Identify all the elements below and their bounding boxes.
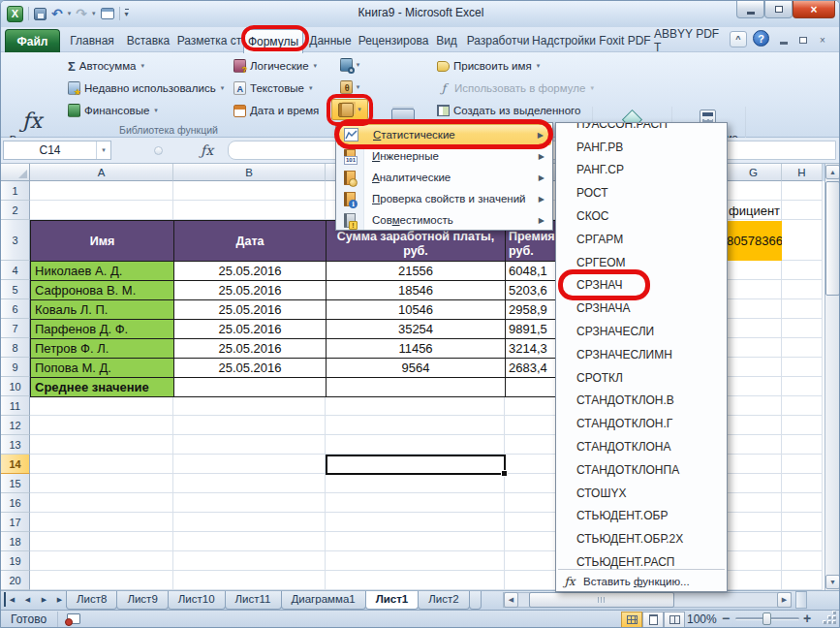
select-all-corner[interactable] <box>1 164 30 181</box>
restore-button[interactable] <box>764 1 793 18</box>
zoom-level[interactable]: 100% <box>687 612 717 626</box>
name-cell[interactable]: Сафронова В. М. <box>30 280 174 300</box>
row-header-3[interactable]: 3 <box>1 220 30 261</box>
row-header-10[interactable]: 10 <box>1 377 30 396</box>
coefficient-value-cell[interactable]: 80578366 <box>727 221 782 261</box>
salary-cell[interactable]: 11456 <box>326 338 506 359</box>
tab-Вид[interactable]: Вид <box>429 29 464 52</box>
date-cell[interactable]: 25.05.2016 <box>173 299 327 320</box>
salary-cell[interactable]: 10546 <box>326 299 506 320</box>
date-cell[interactable]: 25.05.2016 <box>173 319 327 339</box>
date-cell[interactable]: 25.05.2016 <box>173 280 327 300</box>
name-cell[interactable]: Николаев А. Д. <box>30 261 174 281</box>
row-header-17[interactable]: 17 <box>1 513 30 532</box>
row-header-5[interactable]: 5 <box>1 280 30 299</box>
sheet-tab-Диаграмма1[interactable]: Диаграмма1 <box>281 591 366 610</box>
menu-item-Совместимость[interactable]: !Совместимость▶ <box>337 209 551 231</box>
page-layout-view-button[interactable] <box>642 612 664 628</box>
header-cell-name[interactable]: Имя <box>30 220 174 262</box>
row-header-4[interactable]: 4 <box>1 261 30 280</box>
row-header-16[interactable]: 16 <box>1 493 30 513</box>
row-header-1[interactable]: 1 <box>1 181 30 201</box>
ribbon-options-icon[interactable]: ^ <box>730 31 747 47</box>
row-header-18[interactable]: 18 <box>1 532 30 551</box>
column-header-B[interactable]: B <box>173 164 326 181</box>
function-item-РОСТ[interactable]: РОСТ <box>556 181 707 204</box>
selected-cell[interactable] <box>326 455 506 475</box>
row-header-19[interactable]: 19 <box>1 551 30 571</box>
row-header-12[interactable]: 12 <box>1 416 30 435</box>
column-header-H[interactable]: H <box>782 164 823 181</box>
zoom-slider-thumb[interactable] <box>762 612 771 625</box>
tab-Главная[interactable]: Главная <box>63 29 121 52</box>
name-cell[interactable]: Парфенов Д. Ф. <box>30 319 174 339</box>
autosum-button[interactable]: Σ Автосумма ▾ <box>65 55 147 77</box>
function-item-РАНГ.РВ[interactable]: РАНГ.РВ <box>556 136 707 159</box>
function-item-СРЗНАЧА[interactable]: СРЗНАЧА <box>556 297 707 320</box>
text-functions-button[interactable]: А Текстовые ▾ <box>231 78 316 99</box>
tab-Разметка ст[interactable]: Разметка ст <box>175 29 243 52</box>
normal-view-button[interactable] <box>621 612 642 628</box>
tab-Foxit PDF[interactable]: Foxit PDF <box>596 29 654 52</box>
macro-record-icon[interactable] <box>67 613 80 624</box>
logical-button[interactable]: ? Логические ▾ <box>231 55 320 77</box>
sheet-tab-Лист9[interactable]: Лист9 <box>116 591 168 610</box>
sheet-tab-Лист1[interactable]: Лист1 <box>365 591 420 610</box>
row-header-13[interactable]: 13 <box>1 435 30 455</box>
vertical-scroll-thumb[interactable] <box>825 181 840 296</box>
math-trig-button[interactable]: θ ▾ <box>331 77 368 98</box>
salary-cell[interactable]: 21556 <box>326 261 506 281</box>
function-item-СРЗНАЧ[interactable]: СРЗНАЧ <box>556 274 707 298</box>
insert-function-fx-icon[interactable]: ƒx <box>201 142 213 158</box>
sheet-tab-stub[interactable] <box>469 591 482 610</box>
scroll-up-icon[interactable]: ▲ <box>825 165 840 179</box>
tab-split-handle[interactable] <box>795 591 807 609</box>
workbook-minimize-button[interactable] <box>776 33 792 47</box>
next-sheet-icon[interactable]: ▶ <box>37 592 51 607</box>
sheet-tab-Лист10[interactable]: Лист10 <box>168 591 226 610</box>
row-header-14[interactable]: 14 <box>1 455 30 474</box>
empty-cell[interactable] <box>326 377 506 397</box>
tab-Вставка[interactable]: Вставка <box>121 29 175 52</box>
tab-Надстройки[interactable]: Надстройки <box>532 29 596 52</box>
row-header-15[interactable]: 15 <box>1 474 30 493</box>
function-item-СТАНДОТКЛОН.Г[interactable]: СТАНДОТКЛОН.Г <box>556 412 707 435</box>
salary-cell[interactable]: 35254 <box>326 319 506 339</box>
date-cell[interactable]: 25.05.2016 <box>173 358 327 378</box>
row-header-8[interactable]: 8 <box>1 338 30 358</box>
function-item-СКОС[interactable]: СКОС <box>556 204 707 228</box>
date-cell[interactable]: 25.05.2016 <box>173 261 327 281</box>
menu-item-Аналитические[interactable]: Аналитические▶ <box>337 167 551 188</box>
previous-sheet-icon[interactable]: ◀ <box>20 592 35 607</box>
tab-Разработчи[interactable]: Разработчи <box>464 29 532 52</box>
workbook-close-button[interactable]: × <box>815 33 830 47</box>
sheet-tab-Лист8[interactable]: Лист8 <box>66 591 117 610</box>
function-item-СРЗНАЧЕСЛИ[interactable]: СРЗНАЧЕСЛИ <box>556 320 707 343</box>
first-sheet-icon[interactable]: ◀ <box>4 592 18 607</box>
tab-ABBYY PDF T[interactable]: ABBYY PDF T <box>654 29 726 52</box>
empty-cell[interactable] <box>173 377 327 397</box>
tab-file[interactable]: Файл <box>5 29 60 52</box>
zoom-in-button[interactable]: + <box>803 611 811 626</box>
salary-cell[interactable]: 9564 <box>326 358 506 378</box>
function-item-СТАНДОТКЛОНПА[interactable]: СТАНДОТКЛОНПА <box>556 458 707 482</box>
row-header-7[interactable]: 7 <box>1 319 30 338</box>
function-item-РАНГ.СР[interactable]: РАНГ.СР <box>556 159 707 182</box>
function-item-СТЬЮДЕНТ.ОБР[interactable]: СТЬЮДЕНТ.ОБР <box>556 505 707 528</box>
close-button[interactable]: × <box>793 1 835 18</box>
function-item-СРГАРМ[interactable]: СРГАРМ <box>556 228 707 251</box>
function-item-СРГЕОМ[interactable]: СРГЕОМ <box>556 251 707 274</box>
function-item-СРЗНАЧЕСЛИМН[interactable]: СРЗНАЧЕСЛИМН <box>556 343 707 366</box>
name-box[interactable]: C14 ▾ <box>3 141 111 160</box>
create-from-selection-button[interactable]: Создать из выделенного <box>434 100 583 121</box>
lookup-reference-button[interactable]: ▾ <box>331 54 368 76</box>
function-item-СРОТКЛ[interactable]: СРОТКЛ <box>556 366 707 390</box>
row-header-6[interactable]: 6 <box>1 299 30 319</box>
more-functions-button[interactable]: ▾ <box>331 99 368 120</box>
average-label-cell[interactable]: Среднее значение <box>30 377 174 397</box>
row-header-20[interactable]: 20 <box>1 571 30 590</box>
horizontal-scroll-thumb[interactable] <box>529 592 674 608</box>
function-item-clipped[interactable]: ПУАССОН.РАСП <box>556 122 707 136</box>
insert-function-menu-item[interactable]: ƒx Вставить функцию... <box>556 570 727 592</box>
function-item-СТЬЮДЕНТ.РАСП[interactable]: СТЬЮДЕНТ.РАСП <box>556 550 707 569</box>
